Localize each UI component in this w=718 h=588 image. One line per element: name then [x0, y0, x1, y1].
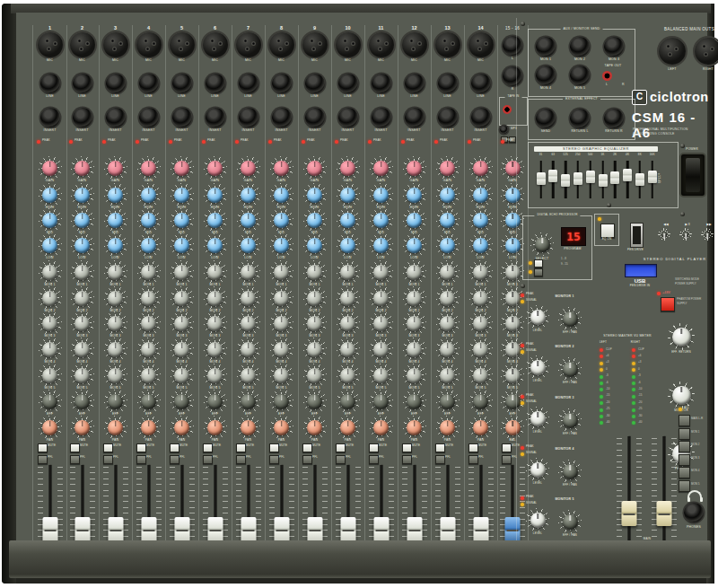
- knob-low[interactable]: [204, 233, 227, 257]
- assign-button-mon-3[interactable]: [679, 454, 690, 466]
- phantom-power-button[interactable]: [661, 297, 675, 312]
- assign-button-main-l-r[interactable]: [679, 415, 690, 426]
- knob-mon-2[interactable]: [370, 286, 393, 310]
- knob-eff[interactable]: [204, 390, 227, 413]
- knob-mon-3[interactable]: [237, 312, 260, 335]
- knob-mon-4[interactable]: [237, 338, 260, 361]
- knob-low[interactable]: [303, 233, 327, 257]
- mute-button[interactable]: [369, 443, 379, 452]
- pfl-button[interactable]: [38, 455, 48, 464]
- knob-gain[interactable]: [337, 156, 360, 180]
- knob-gain[interactable]: [303, 156, 327, 180]
- knob-mon-4[interactable]: [171, 338, 194, 361]
- knob-pan[interactable]: [370, 416, 393, 439]
- knob-low[interactable]: [39, 233, 62, 257]
- knob-high[interactable]: [137, 183, 161, 206]
- knob-mid[interactable]: [237, 208, 260, 232]
- knob-gain[interactable]: [403, 156, 426, 180]
- knob-low[interactable]: [237, 233, 260, 257]
- big-knob-eff-return[interactable]: [668, 323, 695, 350]
- knob-pan[interactable]: [204, 416, 227, 439]
- knob-high[interactable]: [403, 183, 426, 206]
- knob-mon-4[interactable]: [403, 338, 426, 361]
- knob-mon-5[interactable]: [237, 364, 260, 387]
- knob-mon-5[interactable]: [270, 364, 293, 387]
- knob-mon-3[interactable]: [303, 312, 327, 335]
- knob-pan[interactable]: [171, 416, 194, 439]
- knob-mon-2[interactable]: [270, 286, 293, 310]
- fader-cap[interactable]: [207, 517, 223, 542]
- mute-button[interactable]: [336, 443, 346, 452]
- knob-low[interactable]: [403, 233, 426, 257]
- fader-cap[interactable]: [241, 517, 256, 542]
- player-button-0[interactable]: [658, 228, 670, 241]
- pfl-button[interactable]: [269, 455, 279, 464]
- knob-mon-3[interactable]: [204, 312, 227, 335]
- knob-high[interactable]: [104, 183, 127, 206]
- knob-mon-5[interactable]: [204, 364, 227, 387]
- knob-mon-1[interactable]: [171, 260, 194, 284]
- pfl-button[interactable]: [468, 455, 478, 464]
- knob-mon-2[interactable]: [436, 286, 460, 310]
- knob-mon-1[interactable]: [270, 260, 293, 284]
- pfl-button[interactable]: [435, 455, 445, 464]
- knob-gain[interactable]: [237, 156, 260, 180]
- knob-high[interactable]: [171, 183, 194, 206]
- knob-mon-2[interactable]: [171, 286, 194, 310]
- knob-mid[interactable]: [469, 208, 493, 232]
- knob-mon-5[interactable]: [303, 364, 327, 387]
- fader-cap[interactable]: [74, 517, 90, 542]
- eq-slider-cap[interactable]: [586, 171, 595, 183]
- knob-mid[interactable]: [303, 208, 327, 232]
- knob-eff[interactable]: [303, 390, 327, 413]
- knob-mon-1[interactable]: [237, 260, 260, 284]
- knob-mon-5[interactable]: [39, 364, 62, 387]
- echo-up-button[interactable]: [534, 259, 543, 268]
- echo-down-button[interactable]: [534, 268, 543, 276]
- fader-cap[interactable]: [42, 517, 57, 542]
- knob-eff[interactable]: [71, 390, 94, 413]
- pfl-button[interactable]: [336, 455, 346, 464]
- pfl-button[interactable]: [236, 455, 246, 464]
- knob-mon-5[interactable]: [436, 364, 460, 387]
- knob-mon-4[interactable]: [204, 338, 227, 361]
- eq-slider-cap[interactable]: [623, 169, 632, 181]
- knob-pan[interactable]: [469, 416, 493, 439]
- eq-on-button[interactable]: [600, 224, 615, 238]
- knob-mon-5[interactable]: [137, 364, 161, 387]
- knob-low[interactable]: [104, 233, 127, 257]
- knob-eff[interactable]: [436, 390, 460, 413]
- knob-low[interactable]: [436, 233, 460, 257]
- mute-button[interactable]: [302, 443, 312, 452]
- eq-slider-1K[interactable]: [597, 159, 609, 200]
- knob-mon-3[interactable]: [337, 312, 360, 335]
- knob-pan[interactable]: [270, 416, 293, 439]
- knob-mon-1[interactable]: [370, 260, 393, 284]
- knob-mon-5[interactable]: [403, 364, 426, 387]
- eq-slider-31[interactable]: [535, 159, 547, 200]
- fader-cap[interactable]: [141, 517, 156, 542]
- knob-mid[interactable]: [204, 208, 227, 232]
- knob-mon-1[interactable]: [137, 260, 161, 284]
- knob-mon-2[interactable]: [39, 286, 62, 310]
- knob-gain[interactable]: [436, 156, 460, 180]
- knob-mid[interactable]: [137, 208, 161, 232]
- knob-mon-2[interactable]: [469, 286, 493, 310]
- knob-mid[interactable]: [104, 208, 127, 232]
- knob-mon-2[interactable]: [71, 286, 94, 310]
- knob-eff[interactable]: [337, 390, 360, 413]
- fader-cap[interactable]: [274, 517, 289, 542]
- knob-mid[interactable]: [403, 208, 426, 232]
- knob-mon-3[interactable]: [39, 312, 62, 335]
- eq-slider-8K[interactable]: [634, 159, 645, 200]
- knob-gain[interactable]: [39, 156, 62, 180]
- pfl-button[interactable]: [70, 455, 80, 464]
- knob-low[interactable]: [71, 233, 94, 257]
- knob-mon-3[interactable]: [71, 312, 94, 335]
- knob-mid[interactable]: [337, 208, 360, 232]
- knob-low[interactable]: [171, 233, 194, 257]
- eq-slider-cap[interactable]: [648, 171, 657, 183]
- knob-mon-5[interactable]: [171, 364, 194, 387]
- monitor-level-knob[interactable]: [526, 355, 549, 379]
- mute-button[interactable]: [236, 443, 246, 452]
